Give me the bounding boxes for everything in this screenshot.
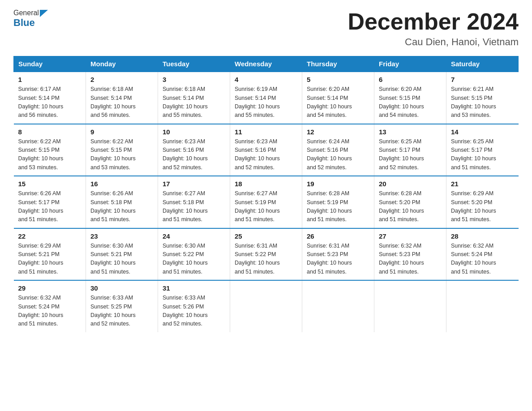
day-number: 1	[18, 76, 82, 83]
day-info: Sunrise: 6:27 AMSunset: 5:18 PMDaylight:…	[163, 189, 225, 224]
calendar-cell	[446, 280, 519, 332]
header-friday: Friday	[374, 56, 446, 72]
day-number: 26	[307, 232, 369, 240]
day-info: Sunrise: 6:30 AMSunset: 5:22 PMDaylight:…	[163, 242, 225, 277]
calendar-cell: 26Sunrise: 6:31 AMSunset: 5:23 PMDayligh…	[302, 228, 374, 281]
calendar-cell: 9Sunrise: 6:22 AMSunset: 5:15 PMDaylight…	[86, 124, 158, 176]
calendar-week-row: 8Sunrise: 6:22 AMSunset: 5:15 PMDaylight…	[14, 124, 519, 176]
day-number: 13	[379, 128, 442, 136]
day-info: Sunrise: 6:32 AMSunset: 5:24 PMDaylight:…	[18, 294, 82, 329]
day-info: Sunrise: 6:23 AMSunset: 5:16 PMDaylight:…	[235, 137, 297, 172]
day-info: Sunrise: 6:27 AMSunset: 5:19 PMDaylight:…	[235, 189, 297, 224]
day-number: 23	[90, 232, 153, 240]
day-info: Sunrise: 6:25 AMSunset: 5:17 PMDaylight:…	[379, 137, 442, 172]
calendar-table: SundayMondayTuesdayWednesdayThursdayFrid…	[13, 56, 519, 332]
day-number: 5	[307, 76, 369, 83]
day-number: 31	[163, 284, 225, 292]
day-info: Sunrise: 6:29 AMSunset: 5:20 PMDaylight:…	[451, 189, 514, 224]
calendar-cell: 25Sunrise: 6:31 AMSunset: 5:22 PMDayligh…	[230, 228, 302, 281]
header-tuesday: Tuesday	[158, 56, 230, 72]
header-sunday: Sunday	[14, 56, 86, 72]
day-number: 14	[451, 128, 514, 136]
calendar-cell: 3Sunrise: 6:18 AMSunset: 5:14 PMDaylight…	[158, 72, 230, 124]
calendar-cell: 29Sunrise: 6:32 AMSunset: 5:24 PMDayligh…	[14, 280, 86, 332]
logo-blue-text: Blue	[13, 17, 35, 28]
calendar-cell: 7Sunrise: 6:21 AMSunset: 5:15 PMDaylight…	[446, 72, 519, 124]
day-number: 11	[235, 128, 297, 136]
calendar-cell: 15Sunrise: 6:26 AMSunset: 5:17 PMDayligh…	[14, 176, 86, 228]
calendar-cell: 10Sunrise: 6:23 AMSunset: 5:16 PMDayligh…	[158, 124, 230, 176]
calendar-cell	[230, 280, 302, 332]
calendar-cell: 30Sunrise: 6:33 AMSunset: 5:25 PMDayligh…	[86, 280, 158, 332]
day-number: 15	[18, 180, 82, 188]
day-info: Sunrise: 6:29 AMSunset: 5:21 PMDaylight:…	[18, 242, 82, 277]
logo-general-text: General	[13, 9, 39, 17]
day-number: 6	[379, 76, 442, 83]
day-info: Sunrise: 6:24 AMSunset: 5:16 PMDaylight:…	[307, 137, 369, 172]
day-info: Sunrise: 6:22 AMSunset: 5:15 PMDaylight:…	[90, 137, 153, 172]
day-info: Sunrise: 6:32 AMSunset: 5:23 PMDaylight:…	[379, 242, 442, 277]
day-info: Sunrise: 6:28 AMSunset: 5:19 PMDaylight:…	[307, 189, 369, 224]
day-number: 20	[379, 180, 442, 188]
day-number: 8	[18, 128, 82, 136]
calendar-cell: 28Sunrise: 6:32 AMSunset: 5:24 PMDayligh…	[446, 228, 519, 281]
header-wednesday: Wednesday	[230, 56, 302, 72]
month-year-title: December 2024	[348, 9, 519, 34]
calendar-cell: 24Sunrise: 6:30 AMSunset: 5:22 PMDayligh…	[158, 228, 230, 281]
day-number: 10	[163, 128, 225, 136]
day-info: Sunrise: 6:23 AMSunset: 5:16 PMDaylight:…	[163, 137, 225, 172]
calendar-cell: 6Sunrise: 6:20 AMSunset: 5:15 PMDaylight…	[374, 72, 446, 124]
day-number: 29	[18, 284, 82, 292]
day-info: Sunrise: 6:20 AMSunset: 5:15 PMDaylight:…	[379, 85, 442, 120]
day-number: 4	[235, 76, 297, 83]
day-info: Sunrise: 6:17 AMSunset: 5:14 PMDaylight:…	[18, 85, 82, 120]
day-info: Sunrise: 6:18 AMSunset: 5:14 PMDaylight:…	[90, 85, 153, 120]
calendar-week-row: 15Sunrise: 6:26 AMSunset: 5:17 PMDayligh…	[14, 176, 519, 228]
day-number: 9	[90, 128, 153, 136]
day-number: 18	[235, 180, 297, 188]
day-info: Sunrise: 6:18 AMSunset: 5:14 PMDaylight:…	[163, 85, 225, 120]
day-number: 2	[90, 76, 153, 83]
calendar-cell: 21Sunrise: 6:29 AMSunset: 5:20 PMDayligh…	[446, 176, 519, 228]
calendar-cell	[374, 280, 446, 332]
calendar-header-row: SundayMondayTuesdayWednesdayThursdayFrid…	[14, 56, 519, 72]
calendar-cell: 27Sunrise: 6:32 AMSunset: 5:23 PMDayligh…	[374, 228, 446, 281]
day-number: 30	[90, 284, 153, 292]
day-info: Sunrise: 6:30 AMSunset: 5:21 PMDaylight:…	[90, 242, 153, 277]
day-info: Sunrise: 6:32 AMSunset: 5:24 PMDaylight:…	[451, 242, 514, 277]
day-info: Sunrise: 6:26 AMSunset: 5:18 PMDaylight:…	[90, 189, 153, 224]
calendar-week-row: 22Sunrise: 6:29 AMSunset: 5:21 PMDayligh…	[14, 228, 519, 281]
calendar-cell: 12Sunrise: 6:24 AMSunset: 5:16 PMDayligh…	[302, 124, 374, 176]
calendar-cell: 22Sunrise: 6:29 AMSunset: 5:21 PMDayligh…	[14, 228, 86, 281]
day-number: 12	[307, 128, 369, 136]
day-number: 28	[451, 232, 514, 240]
day-number: 22	[18, 232, 82, 240]
calendar-cell: 20Sunrise: 6:28 AMSunset: 5:20 PMDayligh…	[374, 176, 446, 228]
day-number: 17	[163, 180, 225, 188]
day-number: 7	[451, 76, 514, 83]
day-info: Sunrise: 6:31 AMSunset: 5:23 PMDaylight:…	[307, 242, 369, 277]
day-number: 24	[163, 232, 225, 240]
page-header: General Blue December 2024 Cau Dien, Han…	[13, 9, 519, 48]
day-info: Sunrise: 6:33 AMSunset: 5:26 PMDaylight:…	[163, 294, 225, 329]
header-saturday: Saturday	[446, 56, 519, 72]
header-thursday: Thursday	[302, 56, 374, 72]
calendar-week-row: 29Sunrise: 6:32 AMSunset: 5:24 PMDayligh…	[14, 280, 519, 332]
calendar-cell: 31Sunrise: 6:33 AMSunset: 5:26 PMDayligh…	[158, 280, 230, 332]
day-number: 21	[451, 180, 514, 188]
calendar-cell: 19Sunrise: 6:28 AMSunset: 5:19 PMDayligh…	[302, 176, 374, 228]
calendar-cell: 5Sunrise: 6:20 AMSunset: 5:14 PMDaylight…	[302, 72, 374, 124]
day-number: 25	[235, 232, 297, 240]
calendar-cell: 8Sunrise: 6:22 AMSunset: 5:15 PMDaylight…	[14, 124, 86, 176]
calendar-cell: 11Sunrise: 6:23 AMSunset: 5:16 PMDayligh…	[230, 124, 302, 176]
day-info: Sunrise: 6:20 AMSunset: 5:14 PMDaylight:…	[307, 85, 369, 120]
day-info: Sunrise: 6:21 AMSunset: 5:15 PMDaylight:…	[451, 85, 514, 120]
location-subtitle: Cau Dien, Hanoi, Vietnam	[348, 36, 519, 48]
svg-marker-0	[40, 10, 48, 17]
day-info: Sunrise: 6:26 AMSunset: 5:17 PMDaylight:…	[18, 189, 82, 224]
calendar-cell: 2Sunrise: 6:18 AMSunset: 5:14 PMDaylight…	[86, 72, 158, 124]
day-info: Sunrise: 6:33 AMSunset: 5:25 PMDaylight:…	[90, 294, 153, 329]
calendar-cell: 14Sunrise: 6:25 AMSunset: 5:17 PMDayligh…	[446, 124, 519, 176]
day-number: 27	[379, 232, 442, 240]
day-number: 16	[90, 180, 153, 188]
